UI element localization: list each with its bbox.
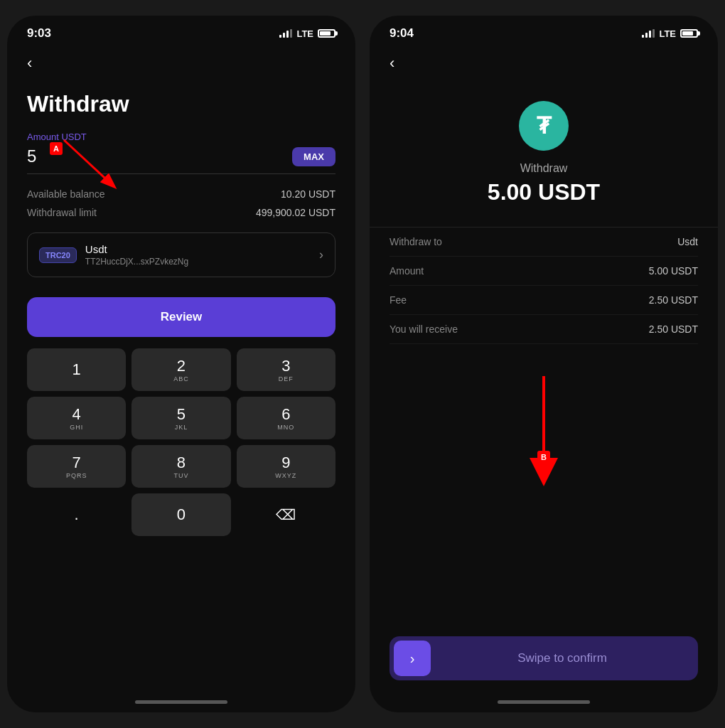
home-indicator-right	[498, 700, 590, 704]
confirm-amount: 5.00 USDT	[370, 179, 718, 205]
max-button[interactable]: MAX	[292, 147, 335, 166]
numpad: 1 2 ABC 3 DEF 4 GHI 5 JKL 6 MNO	[27, 348, 335, 550]
left-screen-content: ‹ Withdraw Amount USDT 5 MAX Available b…	[7, 47, 355, 695]
num-key-0[interactable]: 0	[131, 493, 230, 536]
num-key-9[interactable]: 9 WXYZ	[237, 445, 335, 488]
amount-label: Amount USDT	[27, 132, 335, 142]
receive-label: You will receive	[390, 323, 458, 335]
withdraw-to-label: Withdraw to	[390, 236, 442, 247]
swipe-confirm-button[interactable]: › Swipe to confirm	[390, 636, 698, 680]
back-button-right-wrap: ‹	[370, 47, 718, 80]
limit-row: Withdrawal limit 499,900.02 USDT	[27, 207, 335, 218]
receive-row: You will receive 2.50 USDT	[390, 315, 698, 344]
signal-icon-left	[279, 29, 292, 38]
status-time-left: 9:03	[27, 26, 51, 41]
back-button-left[interactable]: ‹	[27, 47, 335, 80]
network-badge: TRC20	[39, 247, 77, 263]
home-indicator-left	[135, 700, 227, 704]
limit-label: Withdrawal limit	[27, 207, 97, 218]
withdraw-to-row: Withdraw to Usdt	[390, 228, 698, 257]
wallet-info: Usdt TT2HuccDjX...sxPZvkezNg	[85, 243, 311, 267]
amount-input[interactable]: 5	[27, 146, 292, 166]
num-key-dot[interactable]: .	[27, 493, 126, 536]
signal-icon-right	[642, 29, 655, 38]
fee-value: 2.50 USDT	[649, 294, 698, 306]
lte-label-left: LTE	[296, 28, 313, 39]
amount-detail-label: Amount	[390, 265, 424, 277]
confirm-details: Withdraw to Usdt Amount 5.00 USDT Fee 2.…	[370, 227, 718, 344]
confirm-title: Withdraw	[370, 162, 718, 175]
num-key-3[interactable]: 3 DEF	[237, 348, 335, 391]
back-button-right[interactable]: ‹	[390, 51, 698, 75]
num-key-2[interactable]: 2 ABC	[131, 348, 230, 391]
num-key-1[interactable]: 1	[27, 348, 126, 391]
status-bar-right: 9:04 LTE	[370, 16, 718, 47]
swipe-handle: ›	[394, 641, 431, 676]
num-key-4[interactable]: 4 GHI	[27, 397, 126, 439]
num-key-8[interactable]: 8 TUV	[131, 445, 230, 488]
spacer-area: B	[370, 344, 718, 636]
swipe-confirm-label: Swipe to confirm	[431, 651, 694, 665]
status-time-right: 9:04	[390, 26, 414, 41]
amount-detail-value: 5.00 USDT	[649, 265, 698, 277]
backspace-icon: ⌫	[276, 506, 296, 523]
battery-icon-right	[680, 29, 698, 38]
wallet-address: TT2HuccDjX...sxPZvkezNg	[85, 257, 311, 267]
fee-row: Fee 2.50 USDT	[390, 286, 698, 315]
annotation-b-arrow	[526, 373, 562, 486]
fee-label: Fee	[390, 294, 407, 306]
num-key-backspace[interactable]: ⌫	[237, 493, 335, 536]
review-button[interactable]: Review	[27, 297, 335, 337]
status-icons-right: LTE	[642, 28, 698, 39]
balance-label: Available balance	[27, 188, 105, 200]
num-key-5[interactable]: 5 JKL	[131, 397, 230, 439]
amount-input-row: 5 MAX	[27, 146, 335, 174]
swipe-area: › Swipe to confirm	[390, 636, 698, 680]
balance-value: 10.20 USDT	[281, 188, 335, 200]
withdraw-to-value: Usdt	[677, 236, 698, 247]
status-bar-left: 9:03 LTE	[7, 16, 355, 47]
receive-value: 2.50 USDT	[649, 323, 698, 335]
chevron-right-icon: ›	[410, 651, 415, 667]
wallet-card[interactable]: TRC20 Usdt TT2HuccDjX...sxPZvkezNg ›	[27, 232, 335, 277]
status-icons-left: LTE	[279, 28, 335, 39]
tether-icon: ₮	[519, 101, 569, 151]
chevron-right-icon: ›	[319, 247, 323, 262]
amount-row: Amount 5.00 USDT	[390, 257, 698, 286]
lte-label-right: LTE	[659, 28, 676, 39]
page-title-left: Withdraw	[27, 91, 335, 117]
battery-icon-left	[318, 29, 335, 38]
left-phone-screen: 9:03 LTE ‹ Withdraw Amount USDT 5 MAX Av…	[7, 16, 355, 712]
wallet-name: Usdt	[85, 243, 311, 255]
tether-symbol: ₮	[537, 112, 551, 139]
annotation-b-label: B	[537, 451, 550, 464]
num-key-7[interactable]: 7 PQRS	[27, 445, 126, 488]
right-phone-screen: 9:04 LTE ‹ ₮ Withdraw 5.00 USDT Withdraw…	[370, 16, 718, 712]
balance-row: Available balance 10.20 USDT	[27, 188, 335, 200]
limit-value: 499,900.02 USDT	[256, 207, 335, 218]
num-key-6[interactable]: 6 MNO	[237, 397, 335, 439]
